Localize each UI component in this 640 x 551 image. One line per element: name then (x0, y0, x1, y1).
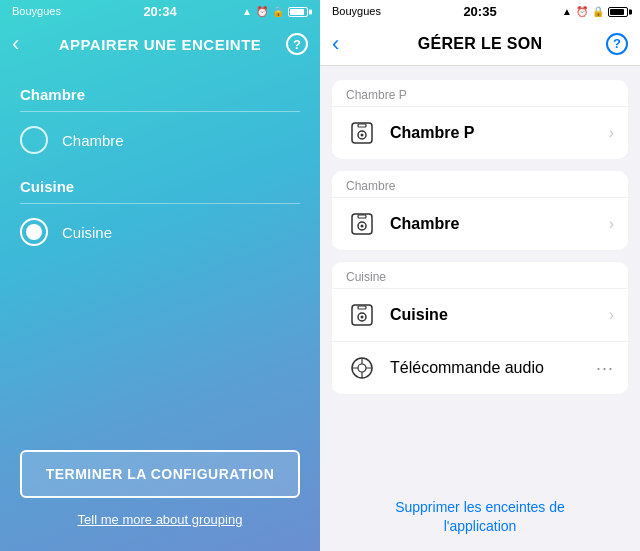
svg-rect-11 (358, 306, 366, 309)
group-chambre: Chambre Chambre (20, 86, 300, 178)
left-status-icons: ▲ ⏰ 🔒 (242, 5, 308, 16)
right-status-bar: Bouygues 20:35 ▲ ⏰ 🔒 (320, 0, 640, 22)
left-carrier: Bouygues (12, 5, 61, 17)
right-status-icons: ▲ ⏰ 🔒 (562, 5, 628, 16)
speaker-icon-cuisine (346, 299, 378, 331)
right-back-button[interactable]: ‹ (332, 31, 339, 57)
right-page-title: GÉRER LE SON (418, 35, 543, 53)
sound-item-cuisine-label: Cuisine (390, 306, 609, 324)
right-wifi-icon: ▲ (562, 6, 572, 17)
right-content: Chambre P Chambre P › Chambre (320, 66, 640, 484)
chevron-cuisine-icon: › (609, 306, 614, 324)
group-chambre-label: Chambre (20, 86, 300, 103)
left-page-title: APPAIRER UNE ENCEINTE (59, 36, 262, 53)
group-chambre-divider (20, 111, 300, 112)
right-time: 20:35 (463, 4, 496, 19)
sound-item-cuisine[interactable]: Cuisine › (332, 288, 628, 341)
right-header: ‹ GÉRER LE SON ? (320, 22, 640, 66)
svg-rect-8 (352, 305, 372, 325)
left-lock-icon: 🔒 (272, 6, 284, 17)
right-help-button[interactable]: ? (606, 33, 628, 55)
right-panel: Bouygues 20:35 ▲ ⏰ 🔒 ‹ GÉRER LE SON ? Ch… (320, 0, 640, 551)
left-status-bar: Bouygues 20:34 ▲ ⏰ 🔒 (0, 0, 320, 22)
svg-point-6 (361, 225, 364, 228)
sound-group-cuisine-label: Cuisine (332, 262, 628, 288)
svg-rect-4 (352, 214, 372, 234)
right-alarm-icon: ⏰ (576, 6, 588, 17)
radio-cuisine-label: Cuisine (62, 224, 112, 241)
sound-item-chambre-label: Chambre (390, 215, 609, 233)
group-cuisine-label: Cuisine (20, 178, 300, 195)
dots-telecommande-icon: ··· (596, 358, 614, 379)
radio-chambre-label: Chambre (62, 132, 124, 149)
svg-rect-0 (352, 123, 372, 143)
right-battery-icon (608, 5, 628, 16)
speaker-icon-chambre (346, 208, 378, 240)
sound-group-cuisine: Cuisine Cuisine › (332, 262, 628, 394)
chevron-chambre-p-icon: › (609, 124, 614, 142)
svg-rect-7 (358, 215, 366, 218)
group-cuisine: Cuisine Cuisine (20, 178, 300, 270)
group-cuisine-divider (20, 203, 300, 204)
tell-more-link[interactable]: Tell me more about grouping (78, 512, 243, 527)
left-bottom: TERMINER LA CONFIGURATION Tell me more a… (0, 434, 320, 551)
radio-cuisine[interactable]: Cuisine (20, 218, 300, 246)
left-battery-icon (288, 5, 308, 16)
right-footer: Supprimer les enceintes del'application (320, 484, 640, 551)
left-help-button[interactable]: ? (286, 33, 308, 55)
sound-group-chambre: Chambre Chambre › (332, 171, 628, 250)
speaker-icon-chambre-p (346, 117, 378, 149)
left-content: Chambre Chambre Cuisine Cuisine (0, 66, 320, 434)
delete-speakers-link[interactable]: Supprimer les enceintes del'application (395, 498, 565, 537)
svg-point-10 (361, 316, 364, 319)
sound-item-telecommande-label: Télécommande audio (390, 359, 596, 377)
radio-cuisine-circle[interactable] (20, 218, 48, 246)
remote-icon-telecommande (346, 352, 378, 384)
left-alarm-icon: ⏰ (256, 6, 268, 17)
finish-config-button[interactable]: TERMINER LA CONFIGURATION (20, 450, 300, 498)
svg-point-13 (358, 364, 366, 372)
radio-chambre-circle[interactable] (20, 126, 48, 154)
sound-group-chambre-label: Chambre (332, 171, 628, 197)
left-panel: Bouygues 20:34 ▲ ⏰ 🔒 ‹ APPAIRER UNE ENCE… (0, 0, 320, 551)
sound-item-telecommande[interactable]: Télécommande audio ··· (332, 341, 628, 394)
chevron-chambre-icon: › (609, 215, 614, 233)
left-back-button[interactable]: ‹ (12, 31, 19, 57)
sound-item-chambre-p-label: Chambre P (390, 124, 609, 142)
sound-item-chambre[interactable]: Chambre › (332, 197, 628, 250)
left-wifi-icon: ▲ (242, 6, 252, 17)
sound-item-chambre-p[interactable]: Chambre P › (332, 106, 628, 159)
sound-group-chambre-p-label: Chambre P (332, 80, 628, 106)
svg-point-2 (361, 134, 364, 137)
radio-chambre[interactable]: Chambre (20, 126, 300, 154)
sound-group-chambre-p: Chambre P Chambre P › (332, 80, 628, 159)
left-time: 20:34 (143, 4, 176, 19)
right-carrier: Bouygues (332, 5, 381, 17)
right-lock-icon: 🔒 (592, 6, 604, 17)
left-header: ‹ APPAIRER UNE ENCEINTE ? (0, 22, 320, 66)
svg-rect-3 (358, 124, 366, 127)
